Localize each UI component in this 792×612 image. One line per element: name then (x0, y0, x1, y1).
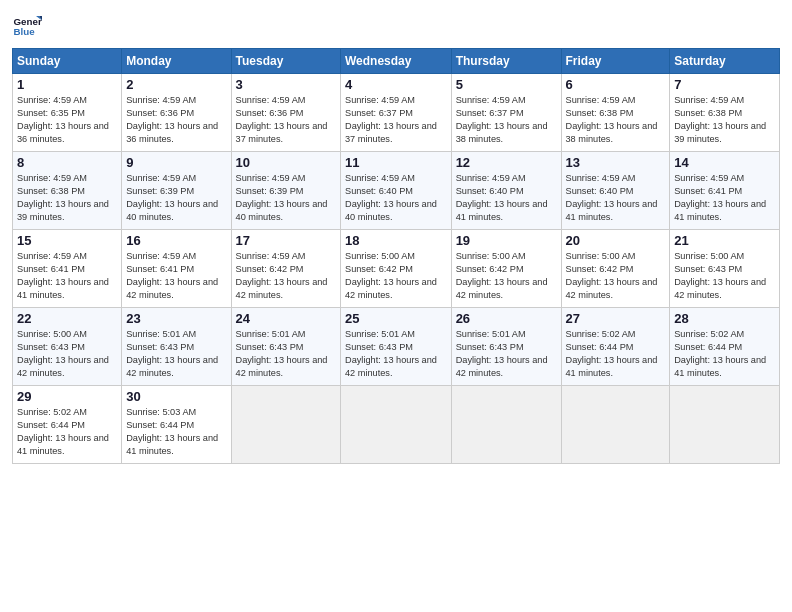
day-number: 17 (236, 233, 336, 248)
day-info: Sunrise: 4:59 AM Sunset: 6:40 PM Dayligh… (566, 172, 666, 224)
week-row-4: 29 Sunrise: 5:02 AM Sunset: 6:44 PM Dayl… (13, 386, 780, 464)
calendar-cell (231, 386, 340, 464)
day-info: Sunrise: 4:59 AM Sunset: 6:37 PM Dayligh… (456, 94, 557, 146)
calendar-cell: 23 Sunrise: 5:01 AM Sunset: 6:43 PM Dayl… (122, 308, 231, 386)
calendar-cell (670, 386, 780, 464)
header: General Blue (12, 10, 780, 40)
day-number: 3 (236, 77, 336, 92)
day-number: 5 (456, 77, 557, 92)
day-number: 30 (126, 389, 226, 404)
calendar-header-row: SundayMondayTuesdayWednesdayThursdayFrid… (13, 49, 780, 74)
day-number: 27 (566, 311, 666, 326)
day-info: Sunrise: 4:59 AM Sunset: 6:41 PM Dayligh… (17, 250, 117, 302)
header-wednesday: Wednesday (341, 49, 452, 74)
day-number: 16 (126, 233, 226, 248)
week-row-0: 1 Sunrise: 4:59 AM Sunset: 6:35 PM Dayli… (13, 74, 780, 152)
logo-icon: General Blue (12, 10, 42, 40)
calendar-cell: 21 Sunrise: 5:00 AM Sunset: 6:43 PM Dayl… (670, 230, 780, 308)
day-number: 28 (674, 311, 775, 326)
day-info: Sunrise: 5:02 AM Sunset: 6:44 PM Dayligh… (674, 328, 775, 380)
day-number: 15 (17, 233, 117, 248)
day-info: Sunrise: 4:59 AM Sunset: 6:35 PM Dayligh… (17, 94, 117, 146)
day-number: 12 (456, 155, 557, 170)
calendar-cell: 4 Sunrise: 4:59 AM Sunset: 6:37 PM Dayli… (341, 74, 452, 152)
day-number: 29 (17, 389, 117, 404)
calendar-cell (341, 386, 452, 464)
calendar-cell: 8 Sunrise: 4:59 AM Sunset: 6:38 PM Dayli… (13, 152, 122, 230)
day-info: Sunrise: 4:59 AM Sunset: 6:41 PM Dayligh… (126, 250, 226, 302)
day-info: Sunrise: 4:59 AM Sunset: 6:40 PM Dayligh… (456, 172, 557, 224)
day-number: 1 (17, 77, 117, 92)
day-info: Sunrise: 5:01 AM Sunset: 6:43 PM Dayligh… (456, 328, 557, 380)
calendar-cell: 10 Sunrise: 4:59 AM Sunset: 6:39 PM Dayl… (231, 152, 340, 230)
day-number: 13 (566, 155, 666, 170)
calendar-cell: 5 Sunrise: 4:59 AM Sunset: 6:37 PM Dayli… (451, 74, 561, 152)
calendar-cell: 14 Sunrise: 4:59 AM Sunset: 6:41 PM Dayl… (670, 152, 780, 230)
header-thursday: Thursday (451, 49, 561, 74)
calendar-cell: 17 Sunrise: 4:59 AM Sunset: 6:42 PM Dayl… (231, 230, 340, 308)
day-info: Sunrise: 4:59 AM Sunset: 6:41 PM Dayligh… (674, 172, 775, 224)
header-saturday: Saturday (670, 49, 780, 74)
day-number: 20 (566, 233, 666, 248)
day-number: 6 (566, 77, 666, 92)
day-info: Sunrise: 5:00 AM Sunset: 6:42 PM Dayligh… (456, 250, 557, 302)
header-friday: Friday (561, 49, 670, 74)
day-number: 26 (456, 311, 557, 326)
calendar-cell: 11 Sunrise: 4:59 AM Sunset: 6:40 PM Dayl… (341, 152, 452, 230)
calendar-table: SundayMondayTuesdayWednesdayThursdayFrid… (12, 48, 780, 464)
header-tuesday: Tuesday (231, 49, 340, 74)
day-info: Sunrise: 5:01 AM Sunset: 6:43 PM Dayligh… (236, 328, 336, 380)
calendar-cell: 12 Sunrise: 4:59 AM Sunset: 6:40 PM Dayl… (451, 152, 561, 230)
day-info: Sunrise: 5:02 AM Sunset: 6:44 PM Dayligh… (17, 406, 117, 458)
calendar-cell: 7 Sunrise: 4:59 AM Sunset: 6:38 PM Dayli… (670, 74, 780, 152)
day-number: 4 (345, 77, 447, 92)
calendar-cell: 2 Sunrise: 4:59 AM Sunset: 6:36 PM Dayli… (122, 74, 231, 152)
calendar-cell: 18 Sunrise: 5:00 AM Sunset: 6:42 PM Dayl… (341, 230, 452, 308)
calendar-container: General Blue SundayMondayTuesdayWednesda… (0, 0, 792, 612)
calendar-cell: 15 Sunrise: 4:59 AM Sunset: 6:41 PM Dayl… (13, 230, 122, 308)
day-info: Sunrise: 4:59 AM Sunset: 6:38 PM Dayligh… (17, 172, 117, 224)
calendar-cell: 27 Sunrise: 5:02 AM Sunset: 6:44 PM Dayl… (561, 308, 670, 386)
day-number: 9 (126, 155, 226, 170)
calendar-cell: 26 Sunrise: 5:01 AM Sunset: 6:43 PM Dayl… (451, 308, 561, 386)
week-row-2: 15 Sunrise: 4:59 AM Sunset: 6:41 PM Dayl… (13, 230, 780, 308)
day-number: 7 (674, 77, 775, 92)
day-number: 8 (17, 155, 117, 170)
day-info: Sunrise: 5:00 AM Sunset: 6:43 PM Dayligh… (17, 328, 117, 380)
svg-text:Blue: Blue (14, 26, 36, 37)
day-number: 14 (674, 155, 775, 170)
calendar-cell (561, 386, 670, 464)
day-info: Sunrise: 5:03 AM Sunset: 6:44 PM Dayligh… (126, 406, 226, 458)
day-info: Sunrise: 5:00 AM Sunset: 6:42 PM Dayligh… (566, 250, 666, 302)
day-info: Sunrise: 4:59 AM Sunset: 6:42 PM Dayligh… (236, 250, 336, 302)
day-number: 23 (126, 311, 226, 326)
calendar-cell: 3 Sunrise: 4:59 AM Sunset: 6:36 PM Dayli… (231, 74, 340, 152)
day-info: Sunrise: 5:01 AM Sunset: 6:43 PM Dayligh… (126, 328, 226, 380)
calendar-cell: 28 Sunrise: 5:02 AM Sunset: 6:44 PM Dayl… (670, 308, 780, 386)
header-monday: Monday (122, 49, 231, 74)
day-number: 2 (126, 77, 226, 92)
day-number: 22 (17, 311, 117, 326)
day-info: Sunrise: 4:59 AM Sunset: 6:37 PM Dayligh… (345, 94, 447, 146)
day-number: 11 (345, 155, 447, 170)
day-number: 19 (456, 233, 557, 248)
day-number: 18 (345, 233, 447, 248)
day-info: Sunrise: 5:01 AM Sunset: 6:43 PM Dayligh… (345, 328, 447, 380)
calendar-cell: 24 Sunrise: 5:01 AM Sunset: 6:43 PM Dayl… (231, 308, 340, 386)
calendar-cell: 9 Sunrise: 4:59 AM Sunset: 6:39 PM Dayli… (122, 152, 231, 230)
week-row-1: 8 Sunrise: 4:59 AM Sunset: 6:38 PM Dayli… (13, 152, 780, 230)
calendar-cell (451, 386, 561, 464)
day-info: Sunrise: 5:00 AM Sunset: 6:42 PM Dayligh… (345, 250, 447, 302)
calendar-cell: 30 Sunrise: 5:03 AM Sunset: 6:44 PM Dayl… (122, 386, 231, 464)
calendar-cell: 19 Sunrise: 5:00 AM Sunset: 6:42 PM Dayl… (451, 230, 561, 308)
day-number: 24 (236, 311, 336, 326)
day-number: 10 (236, 155, 336, 170)
day-info: Sunrise: 5:02 AM Sunset: 6:44 PM Dayligh… (566, 328, 666, 380)
header-sunday: Sunday (13, 49, 122, 74)
day-number: 25 (345, 311, 447, 326)
calendar-cell: 13 Sunrise: 4:59 AM Sunset: 6:40 PM Dayl… (561, 152, 670, 230)
calendar-cell: 16 Sunrise: 4:59 AM Sunset: 6:41 PM Dayl… (122, 230, 231, 308)
day-info: Sunrise: 4:59 AM Sunset: 6:39 PM Dayligh… (126, 172, 226, 224)
calendar-cell: 25 Sunrise: 5:01 AM Sunset: 6:43 PM Dayl… (341, 308, 452, 386)
calendar-cell: 29 Sunrise: 5:02 AM Sunset: 6:44 PM Dayl… (13, 386, 122, 464)
